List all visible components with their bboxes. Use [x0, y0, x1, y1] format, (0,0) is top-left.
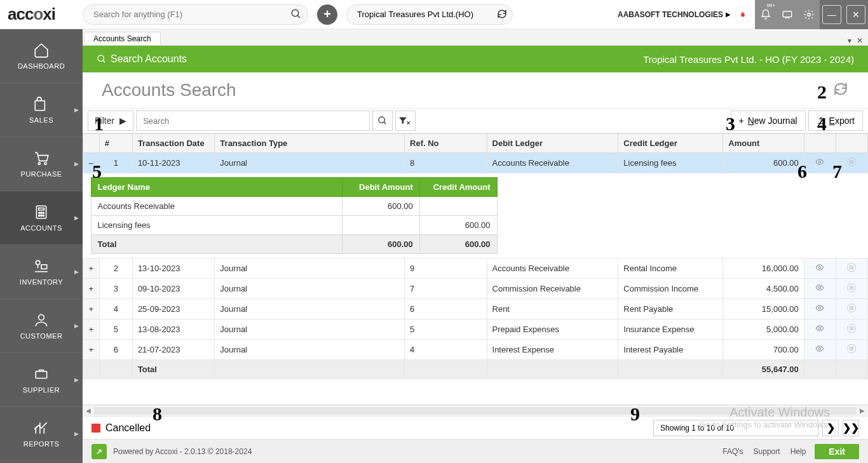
- export-icon: [817, 116, 825, 125]
- more-icon[interactable]: [836, 279, 867, 299]
- svg-rect-50: [850, 347, 854, 347]
- expand-toggle[interactable]: +: [83, 319, 100, 340]
- sync-icon[interactable]: [496, 8, 508, 22]
- org-caret-icon[interactable]: ▶: [726, 11, 731, 18]
- expand-toggle[interactable]: +: [83, 258, 100, 279]
- svg-rect-8: [39, 208, 44, 210]
- tab-label: Accounts Search: [93, 34, 151, 43]
- more-icon[interactable]: [836, 340, 867, 360]
- scroll-track[interactable]: [94, 407, 857, 415]
- support-link[interactable]: Support: [754, 447, 780, 456]
- table-row[interactable]: +621-07-2023Journal4Interest ExpenseInte…: [83, 340, 868, 360]
- more-icon[interactable]: [836, 299, 867, 319]
- col-type[interactable]: Transaction Type: [215, 134, 405, 153]
- svg-point-21: [379, 117, 384, 123]
- more-icon[interactable]: [836, 153, 867, 173]
- add-button[interactable]: +: [317, 4, 337, 25]
- col-index[interactable]: #: [99, 134, 132, 153]
- sidebar-item-reports[interactable]: REPORTS ▶: [0, 407, 83, 461]
- sidebar-item-inventory[interactable]: INVENTORY ▶: [0, 245, 83, 299]
- cell-index: 4: [99, 299, 132, 319]
- expand-toggle[interactable]: +: [83, 340, 100, 360]
- svg-point-5: [38, 163, 40, 164]
- page-header: Accounts Search: [83, 72, 868, 108]
- col-debit[interactable]: Debit Ledger: [487, 134, 618, 153]
- minimize-button[interactable]: —: [822, 5, 841, 24]
- expand-toggle[interactable]: +: [83, 299, 100, 319]
- faq-link[interactable]: FAQ's: [722, 447, 743, 456]
- settings-icon[interactable]: [798, 0, 820, 29]
- sidebar-item-accounts[interactable]: ACCOUNTS ▶: [0, 191, 83, 245]
- filter-button[interactable]: Filter ▶: [88, 111, 133, 131]
- svg-rect-37: [850, 289, 854, 290]
- svg-line-1: [297, 15, 300, 18]
- cell-date: 10-11-2023: [132, 153, 214, 173]
- cancelled-swatch: [92, 424, 100, 433]
- sidebar-label: INVENTORY: [20, 278, 63, 286]
- clear-filter-button[interactable]: ✕: [395, 111, 416, 131]
- table-row[interactable]: +213-10-2023Journal9Accounts ReceivableR…: [83, 258, 868, 279]
- table-row[interactable]: +425-09-2023Journal6RentRent Payable15,0…: [83, 299, 868, 319]
- svg-rect-42: [850, 309, 854, 310]
- scroll-right-icon[interactable]: ▶: [857, 407, 868, 414]
- close-button[interactable]: ✕: [846, 5, 865, 24]
- col-amount[interactable]: Amount: [723, 134, 804, 153]
- notifications-icon[interactable]: 99+: [755, 0, 776, 29]
- chat-icon[interactable]: [776, 0, 798, 29]
- new-journal-button[interactable]: + New Journal: [731, 111, 806, 131]
- horizontal-scrollbar[interactable]: ◀ ▶: [83, 405, 868, 416]
- company-selector[interactable]: Tropical Treasures Pvt Ltd.(HO): [346, 4, 513, 25]
- view-icon[interactable]: [804, 258, 836, 279]
- tab-close-icon[interactable]: ✕: [854, 36, 865, 45]
- powered-by: Powered by Accoxi - 2.0.13 © 2018-2024: [113, 447, 252, 456]
- sidebar-item-sales[interactable]: SALES ▶: [0, 83, 83, 137]
- tab-accounts-search[interactable]: Accounts Search: [84, 32, 161, 45]
- exit-button[interactable]: Exit: [815, 444, 859, 459]
- sidebar-item-dashboard[interactable]: DASHBOARD: [0, 29, 83, 83]
- view-icon[interactable]: [804, 279, 836, 299]
- refresh-icon[interactable]: [832, 81, 849, 100]
- org-name[interactable]: AABASOFT TECHNOLOGIES: [618, 10, 723, 19]
- sidebar-label: CUSTOMER: [20, 332, 63, 340]
- last-page-button[interactable]: ❯❯: [843, 420, 859, 436]
- company-name: Tropical Treasures Pvt Ltd.(HO): [357, 10, 473, 19]
- expand-toggle[interactable]: +: [83, 279, 100, 299]
- search-button[interactable]: [372, 111, 393, 131]
- search-icon[interactable]: [290, 8, 302, 22]
- view-icon[interactable]: [804, 153, 836, 173]
- sidebar-item-customer[interactable]: CUSTOMER ▶: [0, 299, 83, 353]
- detail-total-credit: 600.00: [419, 235, 497, 254]
- table-row[interactable]: –110-11-2023Journal8Accounts ReceivableL…: [83, 153, 868, 173]
- flame-icon[interactable]: [735, 6, 751, 23]
- col-credit[interactable]: Credit Ledger: [618, 134, 723, 153]
- tab-dropdown-icon[interactable]: ▾: [845, 36, 854, 45]
- cell-type: Journal: [215, 279, 405, 299]
- expand-toggle[interactable]: –: [83, 153, 100, 173]
- svg-rect-41: [850, 307, 854, 308]
- more-icon[interactable]: [836, 258, 867, 279]
- cell-debit: Accounts Receivable: [487, 153, 618, 173]
- scroll-left-icon[interactable]: ◀: [83, 407, 94, 414]
- export-button[interactable]: Export: [808, 111, 863, 131]
- view-icon[interactable]: [804, 299, 836, 319]
- help-link[interactable]: Help: [790, 447, 806, 456]
- tabbar: Accounts Search ▾ ✕: [83, 29, 868, 46]
- filter-search-input[interactable]: [136, 111, 370, 131]
- page-banner: Search Accounts Tropical Treasures Pvt L…: [83, 46, 868, 72]
- table-row[interactable]: +513-08-2023Journal5Prepaid ExpensesInsu…: [83, 319, 868, 340]
- svg-point-48: [819, 347, 822, 350]
- view-icon[interactable]: [804, 340, 836, 360]
- view-icon[interactable]: [804, 319, 836, 340]
- col-date[interactable]: Transaction Date: [132, 134, 214, 153]
- more-icon[interactable]: [836, 319, 867, 340]
- col-ref[interactable]: Ref. No: [405, 134, 487, 153]
- sidebar-label: ACCOUNTS: [20, 224, 62, 232]
- sidebar-item-supplier[interactable]: SUPPLIER ▶: [0, 353, 83, 407]
- cell-date: 25-09-2023: [132, 299, 214, 319]
- sidebar-item-purchase[interactable]: PURCHASE ▶: [0, 137, 83, 191]
- next-page-button[interactable]: ❯: [822, 420, 839, 436]
- sidebar-label: SALES: [29, 116, 53, 124]
- svg-point-28: [819, 266, 822, 269]
- table-row[interactable]: +309-10-2023Journal7Commission Receivabl…: [83, 279, 868, 299]
- global-search-input[interactable]: [83, 4, 308, 25]
